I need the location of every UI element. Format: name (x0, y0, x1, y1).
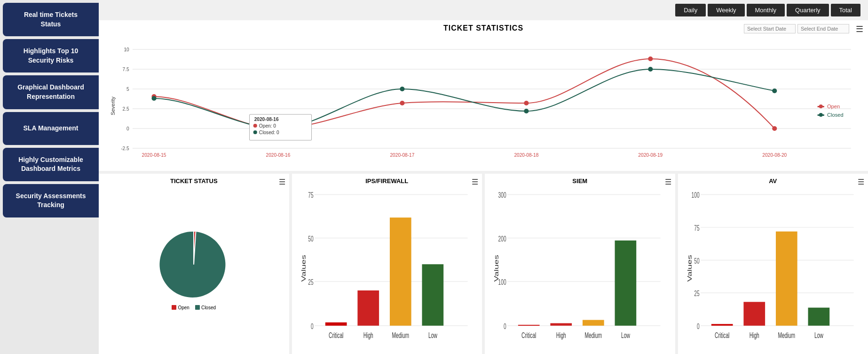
x-label-0815: 2020-08-15 (142, 153, 166, 158)
siem-label-critical: Critical (521, 331, 536, 340)
siem-menu-icon[interactable]: ☰ (665, 177, 671, 186)
av-bar-critical (711, 324, 733, 325)
monthly-button[interactable]: Monthly (747, 4, 785, 16)
ips-y-0: 0 (310, 322, 313, 331)
av-label-critical: Critical (714, 331, 729, 340)
ips-y-75: 75 (308, 191, 313, 200)
siem-title: SIEM (489, 177, 671, 185)
pie-chart-svg (151, 227, 236, 302)
sidebar-item-sla-management[interactable]: SLA Management (3, 112, 99, 145)
sidebar: Real time TicketsStatus Highlights Top 1… (0, 0, 99, 354)
sidebar-item-top-10-risks[interactable]: Highlights Top 10Security Risks (3, 39, 99, 72)
sidebar-item-label: Highly CustomizableDashboard Metrics (18, 155, 83, 174)
closed-dot-0815 (151, 96, 156, 101)
ips-firewall-svg: Values 75 50 25 0 Critical (296, 186, 479, 350)
siem-chart: Values 300 200 100 0 Critical (489, 186, 671, 350)
ticket-stats-menu-icon[interactable]: ☰ (856, 24, 863, 34)
pie-legend-closed: Closed (195, 305, 216, 310)
end-date-input[interactable] (797, 24, 849, 33)
legend-closed-label: Closed (827, 112, 844, 118)
siem-panel: SIEM ☰ Values 300 200 100 0 (485, 174, 675, 354)
sidebar-item-graphical-dashboard[interactable]: Graphical DashboardRepresentation (3, 75, 99, 109)
ticket-statistics-panel: TICKET STATISTICS ☰ Severity 10 (99, 20, 868, 171)
y-axis-label: Severity (110, 97, 116, 115)
siem-y-0: 0 (504, 322, 506, 331)
pie-legend-open: Open (172, 305, 189, 310)
av-y-50: 50 (694, 257, 699, 265)
ips-firewall-menu-icon[interactable]: ☰ (472, 177, 478, 186)
sidebar-item-security-assessments[interactable]: Security AssessmentsTracking (3, 184, 99, 217)
pie-closed-slice (160, 231, 226, 297)
pie-open-dot (172, 305, 176, 310)
x-label-0817: 2020-08-17 (390, 153, 414, 158)
av-bar-high (743, 302, 765, 325)
ticket-status-menu-icon[interactable]: ☰ (279, 177, 285, 186)
closed-dot-0820 (772, 88, 777, 93)
av-bar-medium (775, 232, 797, 326)
pie-container: Open Closed (103, 186, 285, 350)
legend-open-label: Open (827, 104, 840, 109)
siem-y-100: 100 (498, 278, 506, 287)
line-chart-svg: Severity 10 7.5 5 2.5 0 (106, 35, 860, 167)
ips-firewall-chart: Values 75 50 25 0 Critical (296, 186, 479, 350)
av-label-high: High (749, 331, 759, 340)
av-y-100: 100 (691, 191, 699, 200)
quarterly-button[interactable]: Quarterly (787, 4, 829, 16)
y-label-0: 0 (126, 126, 129, 131)
open-dot-0819 (648, 56, 653, 61)
weekly-button[interactable]: Weekly (708, 4, 744, 16)
siem-y-200: 200 (498, 234, 506, 243)
ticket-status-title: TICKET STATUS (103, 177, 285, 185)
y-label-10: 10 (124, 47, 129, 52)
ips-label-medium: Medium (392, 331, 409, 340)
closed-dot-0819 (648, 67, 653, 72)
y-label-2.5: 2.5 (123, 106, 130, 112)
daily-button[interactable]: Daily (675, 4, 706, 16)
siem-y-300: 300 (498, 191, 506, 200)
sidebar-item-customizable-metrics[interactable]: Highly CustomizableDashboard Metrics (3, 148, 99, 181)
av-title: AV (682, 177, 865, 185)
ips-firewall-panel: IPS/FIREWALL ☰ Values 75 50 25 0 (292, 174, 482, 354)
x-label-0819: 2020-08-19 (638, 153, 663, 158)
siem-label-high: High (556, 331, 566, 340)
tooltip-open-value: Open: 0 (259, 123, 276, 129)
av-menu-icon[interactable]: ☰ (858, 177, 864, 186)
open-dot-0817 (400, 101, 404, 105)
bottom-charts: TICKET STATUS ☰ (99, 174, 868, 354)
x-label-0818: 2020-08-18 (514, 153, 538, 158)
siem-bar-low (615, 241, 637, 326)
sidebar-item-real-time-tickets[interactable]: Real time TicketsStatus (3, 3, 99, 36)
ips-label-critical: Critical (328, 331, 343, 340)
av-label-medium: Medium (778, 331, 795, 340)
pie-open-label: Open (178, 305, 189, 310)
pie-legend: Open Closed (172, 305, 216, 310)
x-label-0820: 2020-08-20 (762, 153, 787, 158)
closed-dot-0817 (400, 87, 404, 91)
total-button[interactable]: Total (831, 4, 860, 16)
sidebar-item-label: Real time TicketsStatus (24, 10, 78, 29)
sidebar-item-label: SLA Management (24, 124, 79, 133)
y-label-minus2.5: -2.5 (121, 146, 129, 151)
ips-y-label: Values (300, 255, 306, 282)
siem-bar-critical (518, 325, 540, 326)
av-y-75: 75 (694, 224, 699, 233)
start-date-input[interactable] (744, 24, 796, 33)
open-dot-0820 (772, 126, 777, 131)
av-y-label: Values (686, 255, 692, 282)
siem-bar-medium (583, 320, 604, 326)
siem-bar-high (550, 323, 572, 326)
ips-bar-high (357, 290, 379, 326)
tooltip-closed-value: Closed: 0 (259, 130, 279, 135)
siem-label-medium: Medium (585, 331, 602, 340)
line-chart-container: Severity 10 7.5 5 2.5 0 (106, 35, 860, 167)
ips-bar-low (422, 264, 443, 326)
topbar: Daily Weekly Monthly Quarterly Total (99, 0, 868, 20)
siem-label-low: Low (621, 331, 630, 340)
ips-label-high: High (363, 331, 373, 340)
av-y-25: 25 (694, 290, 699, 298)
av-bar-low (808, 308, 829, 326)
closed-dot-0818 (524, 109, 529, 113)
closed-line (154, 69, 775, 129)
av-panel: AV ☰ Values 100 75 50 25 0 (678, 174, 868, 354)
ips-firewall-title: IPS/FIREWALL (296, 177, 479, 185)
